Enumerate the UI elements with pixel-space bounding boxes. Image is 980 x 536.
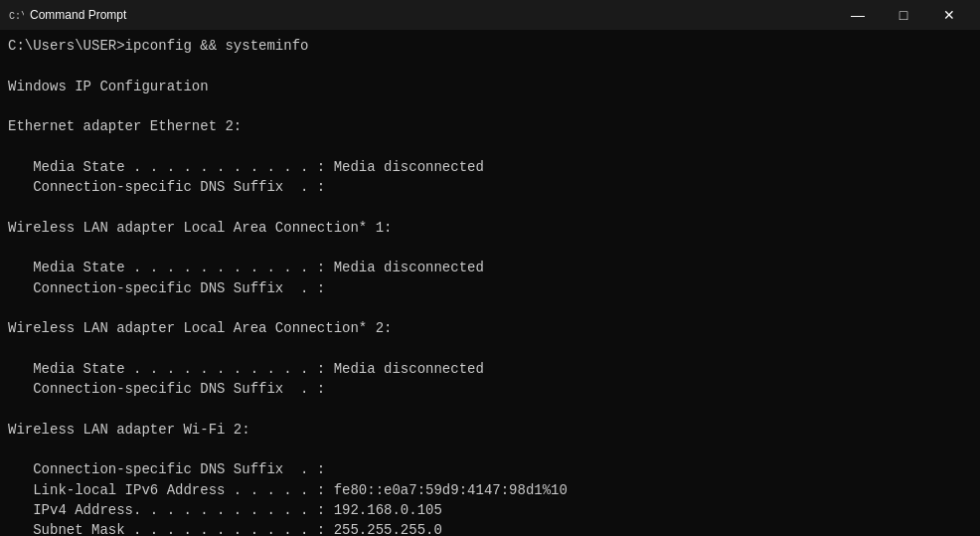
console-output: C:\Users\USER>ipconfig && systeminfoWind… <box>0 30 980 536</box>
console-line <box>8 298 972 318</box>
console-line: Wireless LAN adapter Local Area Connecti… <box>8 218 972 238</box>
console-line <box>8 238 972 258</box>
console-line: IPv4 Address. . . . . . . . . . . : 192.… <box>8 500 972 520</box>
console-line <box>8 338 972 358</box>
console-line: Link-local IPv6 Address . . . . . : fe80… <box>8 480 972 500</box>
console-line <box>8 136 972 156</box>
console-line <box>8 96 972 116</box>
console-line <box>8 440 972 459</box>
console-line: C:\Users\USER>ipconfig && systeminfo <box>8 36 972 56</box>
cmd-icon: C:\ <box>8 7 24 23</box>
console-line: Subnet Mask . . . . . . . . . . . : 255.… <box>8 520 972 536</box>
console-line: Connection-specific DNS Suffix . : <box>8 459 972 479</box>
close-button[interactable]: ✕ <box>926 0 972 30</box>
console-line: Wireless LAN adapter Wi-Fi 2: <box>8 420 972 440</box>
svg-text:C:\: C:\ <box>9 11 24 22</box>
console-line: Connection-specific DNS Suffix . : <box>8 379 972 399</box>
console-line <box>8 56 972 76</box>
console-line: Media State . . . . . . . . . . . : Medi… <box>8 359 972 379</box>
title-bar: C:\ Command Prompt — □ ✕ <box>0 0 980 30</box>
title-bar-left: C:\ Command Prompt <box>8 7 126 23</box>
console-line: Windows IP Configuration <box>8 77 972 96</box>
console-line: Ethernet adapter Ethernet 2: <box>8 116 972 136</box>
console-line <box>8 399 972 419</box>
console-line: Media State . . . . . . . . . . . : Medi… <box>8 157 972 177</box>
console-line: Wireless LAN adapter Local Area Connecti… <box>8 318 972 338</box>
console-line <box>8 197 972 217</box>
minimize-button[interactable]: — <box>835 0 881 30</box>
maximize-button[interactable]: □ <box>881 0 926 30</box>
window-title: Command Prompt <box>30 8 126 22</box>
command-prompt-window: C:\ Command Prompt — □ ✕ C:\Users\USER>i… <box>0 0 980 536</box>
console-line: Media State . . . . . . . . . . . : Medi… <box>8 258 972 277</box>
window-controls: — □ ✕ <box>835 0 972 30</box>
console-line: Connection-specific DNS Suffix . : <box>8 278 972 298</box>
console-line: Connection-specific DNS Suffix . : <box>8 177 972 197</box>
